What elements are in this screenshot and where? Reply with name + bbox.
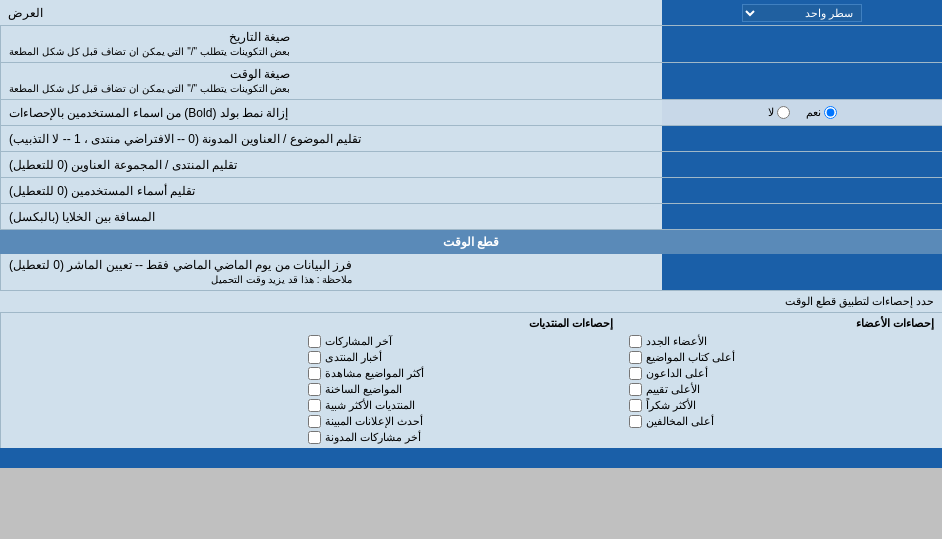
title-trim-row: تقليم الموضوع / العناوين المدونة (0 -- ا…	[0, 126, 942, 152]
cell-spacing-label: المسافة بين الخلايا (بالبكسل)	[0, 204, 662, 229]
cb-top-inviters-input[interactable]	[629, 367, 642, 380]
cb-last-posts: آخر المشاركات	[308, 335, 613, 348]
bold-radio-cell: نعم لا	[662, 100, 942, 125]
checkbox-section-title: حدد إحصاءات لتطبيق قطع الوقت	[0, 291, 942, 313]
members-col-header: إحصاءات الأعضاء	[629, 317, 934, 330]
forum-title-trim-input-cell: 33	[662, 152, 942, 177]
radio-no-label: لا	[768, 106, 790, 119]
cell-spacing-input[interactable]: 2	[666, 210, 938, 224]
cell-spacing-input-cell: 2	[662, 204, 942, 229]
cb-forum-news: أخبار المنتدى	[308, 351, 613, 364]
cb-forum-news-input[interactable]	[308, 351, 321, 364]
bold-label-text: إزالة نمط بولد (Bold) من اسماء المستخدمي…	[9, 106, 288, 120]
cb-hot-topics-input[interactable]	[308, 383, 321, 396]
cb-last-posts-input[interactable]	[308, 335, 321, 348]
checkbox-col-forums: إحصاءات المنتديات آخر المشاركات أخبار ال…	[300, 313, 621, 448]
cb-top-topic-writers-input[interactable]	[629, 351, 642, 364]
forums-col-header: إحصاءات المنتديات	[308, 317, 613, 330]
username-trim-row: تقليم أسماء المستخدمين (0 للتعطيل) 0	[0, 178, 942, 204]
title-trim-input[interactable]: 33	[666, 132, 938, 146]
time-format-row: صيغة الوقتبعض التكوينات يتطلب "/" التي ي…	[0, 63, 942, 100]
cb-blog-posts: أخر مشاركات المدونة	[308, 431, 613, 444]
cell-spacing-label-text: المسافة بين الخلايا (بالبكسل)	[9, 210, 155, 224]
cb-blog-posts-input[interactable]	[308, 431, 321, 444]
time-format-input-cell: H:i	[662, 63, 942, 99]
cb-top-inviters: أعلى الداعون	[629, 367, 934, 380]
top-row: العرض سطر واحد سطرين ثلاثة أسطر	[0, 0, 942, 26]
cutoff-input-cell: 0	[662, 254, 942, 290]
radio-yes-label: نعم	[806, 106, 837, 119]
bold-radio-row: إزالة نمط بولد (Bold) من اسماء المستخدمي…	[0, 100, 942, 126]
checkbox-section-title-text: حدد إحصاءات لتطبيق قطع الوقت	[785, 295, 934, 307]
title-trim-input-cell: 33	[662, 126, 942, 151]
title-trim-label-text: تقليم الموضوع / العناوين المدونة (0 -- ا…	[9, 132, 361, 146]
cb-most-thankful: الأكثر شكراً	[629, 399, 934, 412]
date-format-input[interactable]: d-m	[666, 37, 938, 51]
checkbox-col-members: إحصاءات الأعضاء الأعضاء الجدد أعلى كتاب …	[621, 313, 942, 448]
cb-most-thankful-input[interactable]	[629, 399, 642, 412]
time-format-label: صيغة الوقتبعض التكوينات يتطلب "/" التي ي…	[0, 63, 662, 99]
cb-top-violators: أعلى المخالفين	[629, 415, 934, 428]
limit-cell	[0, 313, 300, 448]
cutoff-input[interactable]: 0	[666, 265, 938, 279]
cb-hot-topics: المواضيع الساخنة	[308, 383, 613, 396]
cb-top-violators-input[interactable]	[629, 415, 642, 428]
section-header-cutoff: قطع الوقت	[0, 230, 942, 254]
cb-new-members-input[interactable]	[629, 335, 642, 348]
display-mode-select[interactable]: سطر واحد سطرين ثلاثة أسطر	[742, 4, 862, 22]
forum-title-trim-input[interactable]: 33	[666, 158, 938, 172]
cutoff-row: فرز البيانات من يوم الماضي الماضي فقط --…	[0, 254, 942, 291]
username-trim-input[interactable]: 0	[666, 184, 938, 198]
cb-new-members: الأعضاء الجدد	[629, 335, 934, 348]
forum-title-trim-row: تقليم المنتدى / المجموعة العناوين (0 للت…	[0, 152, 942, 178]
date-format-input-cell: d-m	[662, 26, 942, 62]
cell-spacing-row: المسافة بين الخلايا (بالبكسل) 2	[0, 204, 942, 230]
title-trim-label: تقليم الموضوع / العناوين المدونة (0 -- ا…	[0, 126, 662, 151]
checkbox-grid: إحصاءات المنتديات آخر المشاركات أخبار ال…	[0, 313, 942, 448]
cb-top-rated-input[interactable]	[629, 383, 642, 396]
date-format-row: صيغة التاريخبعض التكوينات يتطلب "/" التي…	[0, 26, 942, 63]
cutoff-label: فرز البيانات من يوم الماضي الماضي فقط --…	[0, 254, 662, 290]
top-input-cell: سطر واحد سطرين ثلاثة أسطر	[662, 0, 942, 25]
bottom-bar	[0, 448, 942, 468]
cb-top-rated: الأعلى تقييم	[629, 383, 934, 396]
cb-top-topic-writers: أعلى كتاب المواضيع	[629, 351, 934, 364]
forum-title-trim-label: تقليم المنتدى / المجموعة العناوين (0 للت…	[0, 152, 662, 177]
username-trim-input-cell: 0	[662, 178, 942, 203]
main-container: العرض سطر واحد سطرين ثلاثة أسطر صيغة الت…	[0, 0, 942, 468]
cb-similar-forums: المنتديات الأكثر شبية	[308, 399, 613, 412]
cb-similar-forums-input[interactable]	[308, 399, 321, 412]
cb-latest-announcements: أحدث الإعلانات المبينة	[308, 415, 613, 428]
top-label: العرض	[0, 0, 662, 25]
username-trim-label-text: تقليم أسماء المستخدمين (0 للتعطيل)	[9, 184, 195, 198]
top-label-text: العرض	[8, 6, 43, 20]
bold-label: إزالة نمط بولد (Bold) من اسماء المستخدمي…	[0, 100, 662, 125]
username-trim-label: تقليم أسماء المستخدمين (0 للتعطيل)	[0, 178, 662, 203]
radio-yes[interactable]	[824, 106, 837, 119]
cb-most-viewed-input[interactable]	[308, 367, 321, 380]
forum-title-trim-label-text: تقليم المنتدى / المجموعة العناوين (0 للت…	[9, 158, 237, 172]
time-format-input[interactable]: H:i	[666, 74, 938, 88]
date-format-label: صيغة التاريخبعض التكوينات يتطلب "/" التي…	[0, 26, 662, 62]
cb-latest-announcements-input[interactable]	[308, 415, 321, 428]
radio-no[interactable]	[777, 106, 790, 119]
cb-most-viewed: أكثر المواضيع مشاهدة	[308, 367, 613, 380]
section-header-text: قطع الوقت	[443, 235, 499, 249]
